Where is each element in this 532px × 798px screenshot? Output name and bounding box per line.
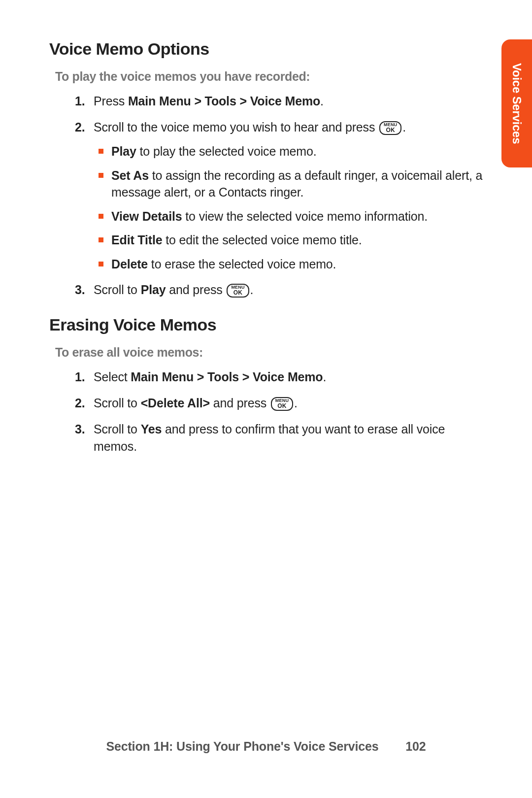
menu-ok-key-icon: MENUOK bbox=[227, 284, 249, 298]
step-number: 3. bbox=[75, 281, 85, 299]
step-post: . bbox=[320, 94, 324, 108]
step-text: Select bbox=[94, 370, 131, 384]
menu-ok-key-icon: MENUOK bbox=[271, 397, 293, 411]
heading-erasing-voice-memos: Erasing Voice Memos bbox=[49, 315, 483, 334]
option-play: Play to play the selected voice memo. bbox=[96, 143, 483, 160]
subheading-play-memos: To play the voice memos you have recorde… bbox=[55, 69, 483, 84]
option-set-as: Set As to assign the recording as a defa… bbox=[96, 167, 483, 201]
step-bold: <Delete All> bbox=[141, 396, 210, 410]
step-bold: Main Menu > Tools > Voice Memo bbox=[131, 370, 323, 384]
step-number: 3. bbox=[75, 421, 85, 438]
steps-erase-memos: 1. Select Main Menu > Tools > Voice Memo… bbox=[75, 368, 483, 455]
step-text: Press bbox=[94, 94, 128, 108]
step-post: . bbox=[294, 396, 298, 410]
step-3: 3. Scroll to Play and press MENUOK. bbox=[75, 281, 483, 299]
step-number: 1. bbox=[75, 93, 85, 110]
steps-play-memos: 1. Press Main Menu > Tools > Voice Memo.… bbox=[75, 93, 483, 299]
step-number: 2. bbox=[75, 119, 85, 136]
step-text: Scroll to bbox=[94, 422, 141, 436]
option-view-details: View Details to view the selected voice … bbox=[96, 208, 483, 225]
step-1: 1. Select Main Menu > Tools > Voice Memo… bbox=[75, 368, 483, 386]
step-text: Scroll to bbox=[94, 283, 141, 297]
step-2: 2. Scroll to the voice memo you wish to … bbox=[75, 119, 483, 272]
page-footer: Section 1H: Using Your Phone's Voice Ser… bbox=[0, 739, 532, 754]
step-number: 2. bbox=[75, 395, 85, 412]
subheading-erase-memos: To erase all voice memos: bbox=[55, 345, 483, 360]
step-3: 3. Scroll to Yes and press to confirm th… bbox=[75, 421, 483, 455]
step-number: 1. bbox=[75, 368, 85, 386]
page-number: 102 bbox=[405, 739, 426, 754]
step-bold: Yes bbox=[141, 422, 162, 436]
step-text: Scroll to the voice memo you wish to hea… bbox=[94, 120, 378, 134]
step-mid: and press bbox=[210, 396, 270, 410]
option-delete: Delete to erase the selected voice memo. bbox=[96, 256, 483, 273]
step-text: Scroll to bbox=[94, 396, 141, 410]
heading-voice-memo-options: Voice Memo Options bbox=[49, 39, 483, 59]
step-post: . bbox=[323, 370, 326, 384]
step-2: 2. Scroll to <Delete All> and press MENU… bbox=[75, 395, 483, 412]
step-bold: Main Menu > Tools > Voice Memo bbox=[128, 94, 320, 108]
footer-section-label: Section 1H: Using Your Phone's Voice Ser… bbox=[106, 739, 378, 753]
step-post: . bbox=[250, 283, 254, 297]
option-edit-title: Edit Title to edit the selected voice me… bbox=[96, 232, 483, 249]
step-1: 1. Press Main Menu > Tools > Voice Memo. bbox=[75, 93, 483, 110]
side-tab-label: Voice Services bbox=[510, 63, 524, 144]
step-bold: Play bbox=[141, 283, 166, 297]
step-mid: and press bbox=[166, 283, 226, 297]
step-post: . bbox=[402, 120, 406, 134]
side-tab: Voice Services bbox=[501, 39, 532, 167]
menu-ok-key-icon: MENUOK bbox=[379, 121, 401, 135]
options-list: Play to play the selected voice memo. Se… bbox=[96, 143, 483, 272]
page-content: Voice Memo Options To play the voice mem… bbox=[0, 0, 532, 455]
